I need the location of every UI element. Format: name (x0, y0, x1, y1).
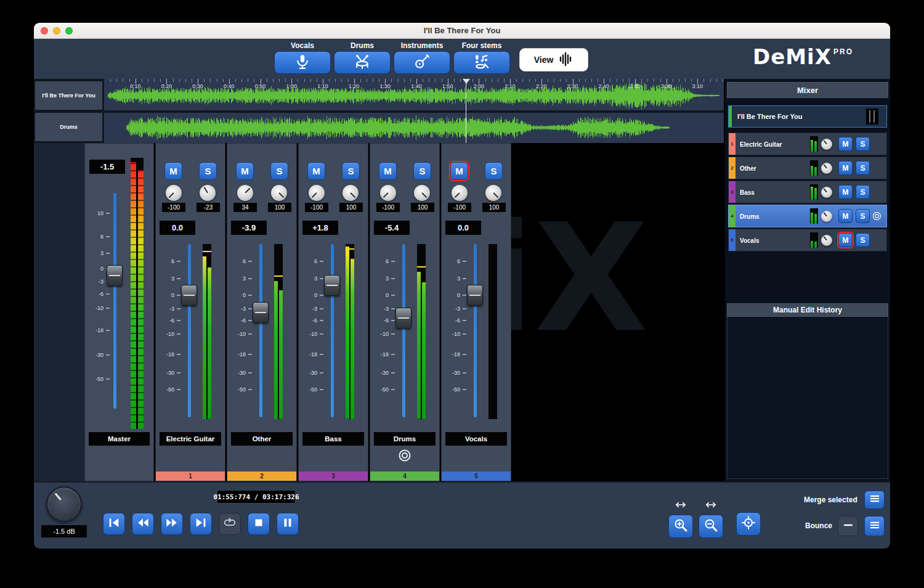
solo-button[interactable]: S (856, 161, 870, 175)
close-button[interactable] (41, 27, 48, 35)
solo-button[interactable]: S (856, 233, 870, 247)
master-fader-handle[interactable] (107, 265, 123, 286)
pan-knob-left[interactable] (237, 185, 253, 201)
merge-menu-button[interactable] (864, 491, 885, 509)
solo-button[interactable]: S (413, 162, 431, 180)
mute-button[interactable]: M (307, 162, 325, 180)
pan-knob-right[interactable] (485, 185, 501, 201)
solo-button[interactable]: S (856, 185, 870, 199)
pan-knob[interactable] (821, 235, 832, 246)
pan-knob[interactable] (821, 163, 832, 174)
pan-knob-left[interactable] (380, 185, 396, 201)
mute-button[interactable]: M (838, 209, 853, 223)
master-gain-readout[interactable]: -1.5 (89, 160, 125, 174)
master-fader-track[interactable] (113, 193, 116, 409)
pan-knob-right[interactable] (271, 185, 287, 201)
pan-knob-right[interactable] (200, 185, 216, 201)
stem-button-drums[interactable] (334, 51, 391, 74)
record-target[interactable] (397, 448, 412, 465)
gain-readout[interactable]: 0.0 (160, 221, 195, 235)
mute-button[interactable]: M (838, 233, 853, 247)
rewind-button[interactable] (132, 513, 154, 535)
mute-button[interactable]: M (838, 137, 853, 151)
pan-value-left: -100 (448, 203, 471, 212)
mute-button[interactable]: M (450, 162, 468, 180)
pan-knob-right[interactable] (342, 185, 359, 201)
gain-readout[interactable]: +1.8 (302, 221, 338, 235)
fader-handle[interactable] (467, 285, 483, 306)
gain-readout[interactable]: -5.4 (374, 221, 410, 235)
gain-readout[interactable]: 0.0 (445, 221, 481, 235)
pan-knob-left[interactable] (309, 185, 325, 201)
solo-button[interactable]: S (199, 162, 217, 180)
playhead-marker[interactable] (463, 79, 470, 84)
fast-forward-button[interactable] (161, 513, 183, 535)
pause-button[interactable] (277, 513, 299, 535)
mixer-row-vocals[interactable]: 5VocalsMS (728, 229, 887, 251)
pan-knob[interactable] (821, 139, 832, 150)
waveform-area[interactable]: 0:100:200:300:400:501:001:101:201:301:40… (103, 79, 724, 143)
channel-name: Drums (740, 213, 760, 219)
record-target[interactable] (872, 211, 882, 224)
stem-button-four-stems[interactable] (453, 51, 510, 74)
pan-knob[interactable] (821, 211, 832, 222)
fullscreen-button[interactable] (65, 27, 73, 35)
stem-button-vocals[interactable] (274, 51, 331, 74)
mixer-row-bass[interactable]: 3BassMS (728, 181, 887, 203)
fader-track[interactable] (188, 244, 191, 417)
zoom-out-button[interactable] (699, 515, 723, 538)
track-label-drums[interactable]: Drums (35, 113, 102, 141)
fader-handle[interactable] (395, 308, 411, 329)
transport-bar: -1.5 dB 01:55:774 / 03:17:326 Merge sele… (34, 481, 890, 549)
mini-meter (810, 184, 818, 200)
solo-button[interactable]: S (856, 137, 870, 151)
pan-knob-left[interactable] (452, 185, 468, 201)
solo-button[interactable]: S (856, 209, 870, 223)
solo-button[interactable]: S (485, 162, 503, 180)
fader-track[interactable] (402, 244, 405, 417)
master-name-label: Master (89, 432, 150, 446)
pan-value-left: -100 (376, 203, 400, 212)
fader-handle[interactable] (253, 302, 269, 323)
minimize-button[interactable] (53, 27, 60, 35)
skip-end-icon (194, 516, 208, 529)
mute-button[interactable]: M (838, 161, 853, 175)
pan-knob-right[interactable] (414, 185, 430, 201)
pan-knob[interactable] (821, 187, 832, 198)
volume-knob-pointer (54, 492, 61, 500)
skip-to-start-button[interactable] (103, 513, 125, 535)
loop-button[interactable] (219, 513, 241, 535)
pan-knob-left[interactable] (166, 185, 182, 201)
bounce-remove-button[interactable] (838, 516, 858, 536)
fader-track[interactable] (474, 244, 477, 417)
mute-button[interactable]: M (379, 162, 397, 180)
record-target-icon (397, 448, 412, 463)
song-row[interactable]: I'll Be There For You (728, 105, 887, 128)
mixer-row-other[interactable]: 2OtherMS (728, 157, 887, 179)
mixer-left-pad (34, 143, 84, 481)
locate-playhead-button[interactable] (736, 512, 761, 536)
mute-button[interactable]: M (838, 185, 853, 199)
gain-readout[interactable]: -3.9 (231, 221, 267, 235)
history-header: Manual Edit History (727, 303, 888, 317)
master-volume-knob[interactable] (46, 486, 82, 522)
playhead[interactable] (466, 79, 466, 143)
fader-track[interactable] (331, 244, 334, 417)
fader-track[interactable] (259, 244, 262, 417)
arrows-h-icon (675, 499, 687, 511)
zoom-in-button[interactable] (668, 515, 693, 538)
bounce-menu-button[interactable] (864, 516, 885, 536)
track-label-song[interactable]: I'll Be There For You (35, 81, 102, 110)
stem-button-instruments[interactable] (394, 51, 450, 74)
mute-button[interactable]: M (164, 162, 182, 180)
view-button[interactable]: View (519, 48, 588, 71)
mute-button[interactable]: M (236, 162, 254, 180)
stop-button[interactable] (248, 513, 270, 535)
mixer-row-drums[interactable]: 4DrumsMS (728, 205, 887, 227)
mixer-row-electric-guitar[interactable]: 1Electric GuitarMS (728, 133, 887, 155)
solo-button[interactable]: S (270, 162, 288, 180)
solo-button[interactable]: S (342, 162, 360, 180)
fader-handle[interactable] (324, 275, 340, 296)
fader-handle[interactable] (181, 285, 197, 306)
skip-to-end-button[interactable] (190, 513, 212, 535)
